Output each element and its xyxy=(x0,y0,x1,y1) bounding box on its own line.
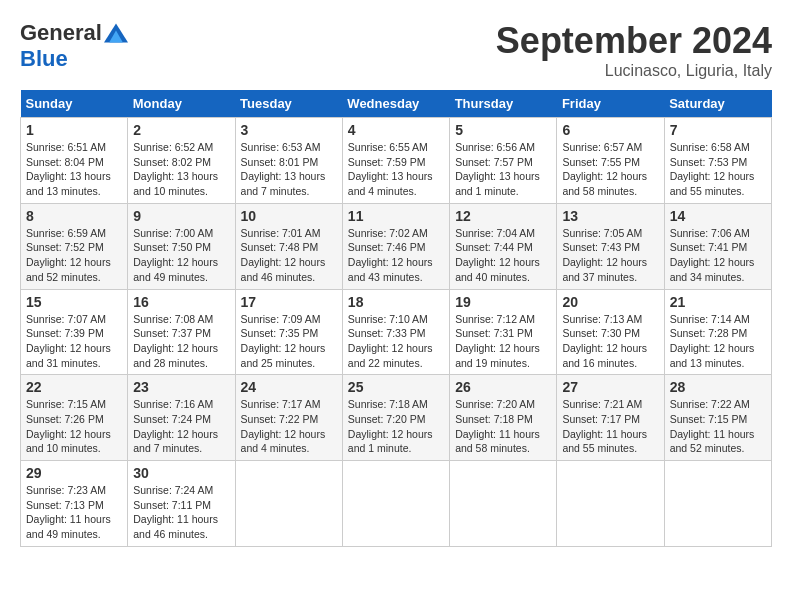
empty-cell xyxy=(664,461,771,547)
day-4: 4Sunrise: 6:55 AM Sunset: 7:59 PM Daylig… xyxy=(342,118,449,204)
day-number-19: 19 xyxy=(455,294,551,310)
col-wednesday: Wednesday xyxy=(342,90,449,118)
page-header: General Blue September 2024 Lucinasco, L… xyxy=(20,20,772,80)
day-number-4: 4 xyxy=(348,122,444,138)
day-number-14: 14 xyxy=(670,208,766,224)
day-info-13: Sunrise: 7:05 AM Sunset: 7:43 PM Dayligh… xyxy=(562,226,658,285)
day-number-6: 6 xyxy=(562,122,658,138)
day-17: 17Sunrise: 7:09 AM Sunset: 7:35 PM Dayli… xyxy=(235,289,342,375)
day-info-29: Sunrise: 7:23 AM Sunset: 7:13 PM Dayligh… xyxy=(26,483,122,542)
empty-cell xyxy=(235,461,342,547)
day-2: 2Sunrise: 6:52 AM Sunset: 8:02 PM Daylig… xyxy=(128,118,235,204)
day-30: 30Sunrise: 7:24 AM Sunset: 7:11 PM Dayli… xyxy=(128,461,235,547)
day-number-25: 25 xyxy=(348,379,444,395)
day-16: 16Sunrise: 7:08 AM Sunset: 7:37 PM Dayli… xyxy=(128,289,235,375)
day-9: 9Sunrise: 7:00 AM Sunset: 7:50 PM Daylig… xyxy=(128,203,235,289)
day-number-8: 8 xyxy=(26,208,122,224)
day-info-22: Sunrise: 7:15 AM Sunset: 7:26 PM Dayligh… xyxy=(26,397,122,456)
day-18: 18Sunrise: 7:10 AM Sunset: 7:33 PM Dayli… xyxy=(342,289,449,375)
day-number-22: 22 xyxy=(26,379,122,395)
col-monday: Monday xyxy=(128,90,235,118)
day-number-7: 7 xyxy=(670,122,766,138)
day-number-30: 30 xyxy=(133,465,229,481)
empty-cell xyxy=(342,461,449,547)
logo-general-text: General xyxy=(20,20,102,46)
title-block: September 2024 Lucinasco, Liguria, Italy xyxy=(496,20,772,80)
day-28: 28Sunrise: 7:22 AM Sunset: 7:15 PM Dayli… xyxy=(664,375,771,461)
day-number-12: 12 xyxy=(455,208,551,224)
day-26: 26Sunrise: 7:20 AM Sunset: 7:18 PM Dayli… xyxy=(450,375,557,461)
day-number-16: 16 xyxy=(133,294,229,310)
col-thursday: Thursday xyxy=(450,90,557,118)
day-27: 27Sunrise: 7:21 AM Sunset: 7:17 PM Dayli… xyxy=(557,375,664,461)
logo-icon xyxy=(104,23,128,43)
month-title: September 2024 xyxy=(496,20,772,62)
day-info-3: Sunrise: 6:53 AM Sunset: 8:01 PM Dayligh… xyxy=(241,140,337,199)
day-number-2: 2 xyxy=(133,122,229,138)
day-number-18: 18 xyxy=(348,294,444,310)
day-info-12: Sunrise: 7:04 AM Sunset: 7:44 PM Dayligh… xyxy=(455,226,551,285)
day-info-30: Sunrise: 7:24 AM Sunset: 7:11 PM Dayligh… xyxy=(133,483,229,542)
day-info-5: Sunrise: 6:56 AM Sunset: 7:57 PM Dayligh… xyxy=(455,140,551,199)
day-3: 3Sunrise: 6:53 AM Sunset: 8:01 PM Daylig… xyxy=(235,118,342,204)
day-number-10: 10 xyxy=(241,208,337,224)
day-25: 25Sunrise: 7:18 AM Sunset: 7:20 PM Dayli… xyxy=(342,375,449,461)
empty-cell xyxy=(557,461,664,547)
day-19: 19Sunrise: 7:12 AM Sunset: 7:31 PM Dayli… xyxy=(450,289,557,375)
day-number-29: 29 xyxy=(26,465,122,481)
day-20: 20Sunrise: 7:13 AM Sunset: 7:30 PM Dayli… xyxy=(557,289,664,375)
day-number-1: 1 xyxy=(26,122,122,138)
day-12: 12Sunrise: 7:04 AM Sunset: 7:44 PM Dayli… xyxy=(450,203,557,289)
logo: General Blue xyxy=(20,20,128,72)
day-info-2: Sunrise: 6:52 AM Sunset: 8:02 PM Dayligh… xyxy=(133,140,229,199)
day-info-1: Sunrise: 6:51 AM Sunset: 8:04 PM Dayligh… xyxy=(26,140,122,199)
day-info-24: Sunrise: 7:17 AM Sunset: 7:22 PM Dayligh… xyxy=(241,397,337,456)
day-5: 5Sunrise: 6:56 AM Sunset: 7:57 PM Daylig… xyxy=(450,118,557,204)
col-saturday: Saturday xyxy=(664,90,771,118)
day-number-20: 20 xyxy=(562,294,658,310)
day-10: 10Sunrise: 7:01 AM Sunset: 7:48 PM Dayli… xyxy=(235,203,342,289)
day-info-6: Sunrise: 6:57 AM Sunset: 7:55 PM Dayligh… xyxy=(562,140,658,199)
day-number-23: 23 xyxy=(133,379,229,395)
day-number-11: 11 xyxy=(348,208,444,224)
day-23: 23Sunrise: 7:16 AM Sunset: 7:24 PM Dayli… xyxy=(128,375,235,461)
day-info-7: Sunrise: 6:58 AM Sunset: 7:53 PM Dayligh… xyxy=(670,140,766,199)
day-6: 6Sunrise: 6:57 AM Sunset: 7:55 PM Daylig… xyxy=(557,118,664,204)
day-14: 14Sunrise: 7:06 AM Sunset: 7:41 PM Dayli… xyxy=(664,203,771,289)
day-info-28: Sunrise: 7:22 AM Sunset: 7:15 PM Dayligh… xyxy=(670,397,766,456)
col-tuesday: Tuesday xyxy=(235,90,342,118)
day-info-20: Sunrise: 7:13 AM Sunset: 7:30 PM Dayligh… xyxy=(562,312,658,371)
day-number-15: 15 xyxy=(26,294,122,310)
day-number-21: 21 xyxy=(670,294,766,310)
day-22: 22Sunrise: 7:15 AM Sunset: 7:26 PM Dayli… xyxy=(21,375,128,461)
day-number-27: 27 xyxy=(562,379,658,395)
empty-cell xyxy=(450,461,557,547)
day-number-26: 26 xyxy=(455,379,551,395)
day-info-4: Sunrise: 6:55 AM Sunset: 7:59 PM Dayligh… xyxy=(348,140,444,199)
day-info-16: Sunrise: 7:08 AM Sunset: 7:37 PM Dayligh… xyxy=(133,312,229,371)
day-number-17: 17 xyxy=(241,294,337,310)
day-24: 24Sunrise: 7:17 AM Sunset: 7:22 PM Dayli… xyxy=(235,375,342,461)
day-number-24: 24 xyxy=(241,379,337,395)
logo-blue-text: Blue xyxy=(20,46,68,72)
day-number-9: 9 xyxy=(133,208,229,224)
day-number-28: 28 xyxy=(670,379,766,395)
day-29: 29Sunrise: 7:23 AM Sunset: 7:13 PM Dayli… xyxy=(21,461,128,547)
day-info-8: Sunrise: 6:59 AM Sunset: 7:52 PM Dayligh… xyxy=(26,226,122,285)
location-subtitle: Lucinasco, Liguria, Italy xyxy=(496,62,772,80)
day-7: 7Sunrise: 6:58 AM Sunset: 7:53 PM Daylig… xyxy=(664,118,771,204)
day-info-11: Sunrise: 7:02 AM Sunset: 7:46 PM Dayligh… xyxy=(348,226,444,285)
col-friday: Friday xyxy=(557,90,664,118)
day-number-13: 13 xyxy=(562,208,658,224)
day-info-17: Sunrise: 7:09 AM Sunset: 7:35 PM Dayligh… xyxy=(241,312,337,371)
day-number-5: 5 xyxy=(455,122,551,138)
day-21: 21Sunrise: 7:14 AM Sunset: 7:28 PM Dayli… xyxy=(664,289,771,375)
day-15: 15Sunrise: 7:07 AM Sunset: 7:39 PM Dayli… xyxy=(21,289,128,375)
day-11: 11Sunrise: 7:02 AM Sunset: 7:46 PM Dayli… xyxy=(342,203,449,289)
day-13: 13Sunrise: 7:05 AM Sunset: 7:43 PM Dayli… xyxy=(557,203,664,289)
day-info-19: Sunrise: 7:12 AM Sunset: 7:31 PM Dayligh… xyxy=(455,312,551,371)
day-info-18: Sunrise: 7:10 AM Sunset: 7:33 PM Dayligh… xyxy=(348,312,444,371)
day-info-10: Sunrise: 7:01 AM Sunset: 7:48 PM Dayligh… xyxy=(241,226,337,285)
day-info-23: Sunrise: 7:16 AM Sunset: 7:24 PM Dayligh… xyxy=(133,397,229,456)
day-info-26: Sunrise: 7:20 AM Sunset: 7:18 PM Dayligh… xyxy=(455,397,551,456)
